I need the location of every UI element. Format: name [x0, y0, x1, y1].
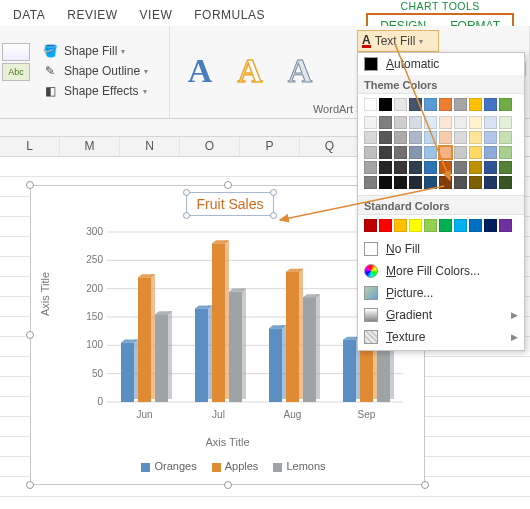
automatic-color[interactable]: Automatic: [358, 53, 524, 75]
theme-shade[interactable]: [454, 146, 467, 159]
theme-shade[interactable]: [454, 116, 467, 129]
theme-shade[interactable]: [499, 146, 512, 159]
text-fill-button[interactable]: A Text Fill ▾: [357, 30, 439, 52]
theme-shade[interactable]: [379, 161, 392, 174]
standard-color[interactable]: [424, 219, 437, 232]
theme-shade[interactable]: [394, 131, 407, 144]
theme-color[interactable]: [484, 98, 497, 111]
theme-shade[interactable]: [379, 176, 392, 189]
col-L[interactable]: L: [0, 137, 60, 156]
wordart-style-2[interactable]: A: [226, 47, 274, 95]
col-O[interactable]: O: [180, 137, 240, 156]
resize-handle[interactable]: [224, 481, 232, 489]
theme-shade[interactable]: [454, 161, 467, 174]
theme-shade[interactable]: [379, 131, 392, 144]
theme-shade[interactable]: [454, 131, 467, 144]
title-handle[interactable]: [270, 212, 277, 219]
theme-shade[interactable]: [424, 116, 437, 129]
theme-color[interactable]: [424, 98, 437, 111]
col-N[interactable]: N: [120, 137, 180, 156]
theme-shade[interactable]: [469, 161, 482, 174]
theme-shade[interactable]: [439, 146, 452, 159]
title-handle[interactable]: [183, 212, 190, 219]
col-M[interactable]: M: [60, 137, 120, 156]
theme-color[interactable]: [379, 98, 392, 111]
tab-view[interactable]: VIEW: [129, 2, 184, 26]
theme-shade[interactable]: [499, 131, 512, 144]
theme-shade[interactable]: [424, 131, 437, 144]
resize-handle[interactable]: [224, 181, 232, 189]
tab-review[interactable]: REVIEW: [56, 2, 128, 26]
chart-title[interactable]: Fruit Sales: [197, 196, 264, 212]
theme-shade[interactable]: [394, 116, 407, 129]
standard-color[interactable]: [409, 219, 422, 232]
shape-style-preview-1[interactable]: [2, 43, 30, 61]
theme-shade[interactable]: [439, 116, 452, 129]
col-P[interactable]: P: [240, 137, 300, 156]
texture-fill[interactable]: Texture ▶: [358, 326, 524, 348]
standard-color[interactable]: [454, 219, 467, 232]
picture-fill[interactable]: Picture...: [358, 282, 524, 304]
theme-shade[interactable]: [394, 176, 407, 189]
theme-shade[interactable]: [379, 116, 392, 129]
more-fill-colors[interactable]: More Fill Colors...: [358, 260, 524, 282]
theme-color[interactable]: [409, 98, 422, 111]
theme-color[interactable]: [469, 98, 482, 111]
theme-shade[interactable]: [424, 161, 437, 174]
tab-data[interactable]: DATA: [2, 2, 56, 26]
standard-color[interactable]: [499, 219, 512, 232]
standard-color[interactable]: [379, 219, 392, 232]
standard-color[interactable]: [364, 219, 377, 232]
theme-color[interactable]: [439, 98, 452, 111]
resize-handle[interactable]: [26, 181, 34, 189]
no-fill[interactable]: No Fill: [358, 238, 524, 260]
theme-shade[interactable]: [409, 176, 422, 189]
standard-color[interactable]: [484, 219, 497, 232]
theme-shade[interactable]: [424, 146, 437, 159]
resize-handle[interactable]: [26, 481, 34, 489]
y-axis-title[interactable]: Axis Title: [39, 272, 51, 316]
title-handle[interactable]: [270, 189, 277, 196]
theme-color[interactable]: [454, 98, 467, 111]
col-Q[interactable]: Q: [300, 137, 360, 156]
theme-shade[interactable]: [469, 131, 482, 144]
chart-legend[interactable]: Oranges Apples Lemons: [31, 460, 424, 472]
theme-shade[interactable]: [484, 161, 497, 174]
theme-color[interactable]: [364, 98, 377, 111]
theme-shade[interactable]: [469, 116, 482, 129]
standard-color[interactable]: [439, 219, 452, 232]
theme-shade[interactable]: [439, 131, 452, 144]
theme-shade[interactable]: [499, 161, 512, 174]
theme-shade[interactable]: [394, 146, 407, 159]
theme-color[interactable]: [394, 98, 407, 111]
theme-shade[interactable]: [484, 116, 497, 129]
theme-shade[interactable]: [364, 146, 377, 159]
gradient-fill[interactable]: Gradient ▶: [358, 304, 524, 326]
theme-shade[interactable]: [454, 176, 467, 189]
theme-shade[interactable]: [379, 146, 392, 159]
standard-color[interactable]: [469, 219, 482, 232]
theme-color[interactable]: [499, 98, 512, 111]
wordart-style-1[interactable]: A: [176, 47, 224, 95]
theme-shade[interactable]: [484, 146, 497, 159]
standard-color[interactable]: [394, 219, 407, 232]
theme-shade[interactable]: [499, 116, 512, 129]
theme-shade[interactable]: [364, 116, 377, 129]
wordart-style-3[interactable]: A: [276, 47, 324, 95]
shape-fill-button[interactable]: 🪣 Shape Fill▾: [36, 41, 167, 61]
x-axis-title[interactable]: Axis Title: [31, 436, 424, 448]
theme-shade[interactable]: [499, 176, 512, 189]
resize-handle[interactable]: [26, 331, 34, 339]
theme-shade[interactable]: [439, 176, 452, 189]
theme-shade[interactable]: [469, 176, 482, 189]
shape-outline-button[interactable]: ✎ Shape Outline▾: [36, 61, 167, 81]
theme-shade[interactable]: [439, 161, 452, 174]
resize-handle[interactable]: [421, 481, 429, 489]
theme-shade[interactable]: [424, 176, 437, 189]
title-handle[interactable]: [183, 189, 190, 196]
theme-shade[interactable]: [484, 131, 497, 144]
shape-effects-button[interactable]: ◧ Shape Effects▾: [36, 81, 167, 101]
theme-shade[interactable]: [469, 146, 482, 159]
shape-style-preview-2[interactable]: Abc: [2, 63, 30, 81]
theme-shade[interactable]: [409, 131, 422, 144]
